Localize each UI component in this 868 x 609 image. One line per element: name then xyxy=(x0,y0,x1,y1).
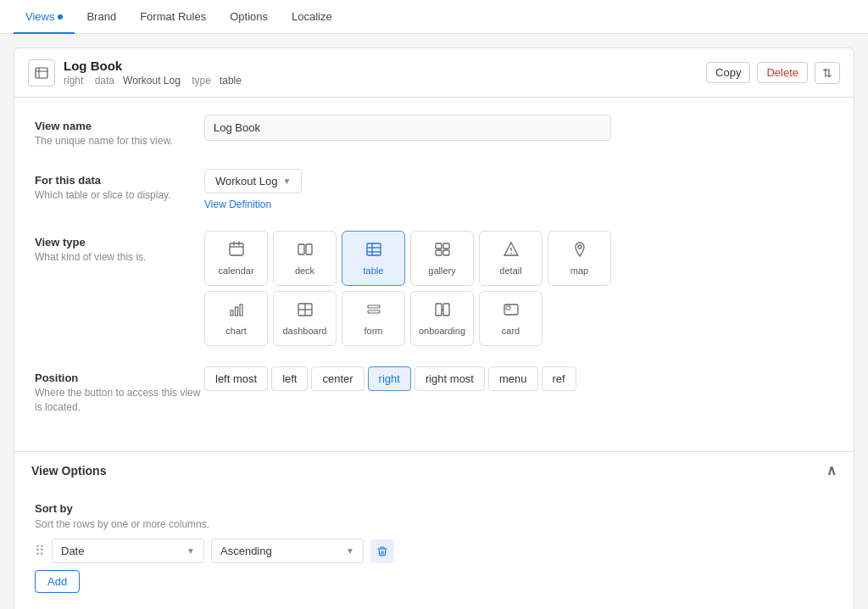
svg-point-20 xyxy=(578,245,581,249)
svg-point-19 xyxy=(510,252,512,254)
pos-left-most[interactable]: left most xyxy=(204,366,268,391)
view-type-desc: What kind of view this is. xyxy=(35,250,204,265)
data-dropdown-arrow: ▼ xyxy=(282,176,291,186)
main-content: Log Book right data Workout Log type tab… xyxy=(0,34,868,609)
collapse-icon[interactable]: ∧ xyxy=(826,462,837,478)
gallery-icon xyxy=(434,241,451,262)
view-options-header: View Options ∧ xyxy=(14,451,854,489)
position-desc: Where the button to access this view is … xyxy=(35,386,204,415)
data-dropdown[interactable]: Workout Log ▼ xyxy=(204,169,302,193)
nav-item-views[interactable]: Views xyxy=(14,0,75,34)
pos-center[interactable]: center xyxy=(311,366,364,391)
svg-rect-30 xyxy=(443,304,449,316)
sort-by-section: Sort by Sort the rows by one or more col… xyxy=(35,502,833,593)
view-type-map[interactable]: map xyxy=(548,231,611,286)
view-type-dashboard[interactable]: dashboard xyxy=(273,291,337,346)
svg-rect-22 xyxy=(235,307,237,316)
view-type-gallery[interactable]: gallery xyxy=(410,231,474,286)
meta-data-value: Workout Log xyxy=(123,75,181,87)
view-type-form[interactable]: form xyxy=(342,291,405,346)
card-icon xyxy=(28,59,55,87)
view-type-label-col: View type What kind of view this is. xyxy=(35,231,204,265)
deck-icon xyxy=(297,241,314,262)
view-type-detail[interactable]: detail xyxy=(479,231,542,286)
position-group: left most left center right right most m… xyxy=(204,366,833,391)
pos-right-most[interactable]: right most xyxy=(415,366,485,391)
map-icon xyxy=(571,241,588,262)
sort-by-desc: Sort the rows by one or more columns. xyxy=(35,518,833,530)
pos-menu[interactable]: menu xyxy=(488,366,538,391)
for-this-data-label-col: For this data Which table or slice to di… xyxy=(35,169,204,203)
svg-rect-21 xyxy=(231,310,233,316)
card-header: Log Book right data Workout Log type tab… xyxy=(14,48,854,98)
detail-icon xyxy=(503,241,520,262)
nav-format-rules-label: Format Rules xyxy=(140,10,206,23)
meta-position: right xyxy=(64,75,83,87)
view-name-input[interactable] xyxy=(204,115,611,141)
sort-by-label: Sort by xyxy=(35,502,833,515)
pos-ref[interactable]: ref xyxy=(542,366,576,391)
svg-rect-16 xyxy=(443,250,449,255)
card-view-label: card xyxy=(502,326,520,336)
onboarding-icon xyxy=(434,301,451,322)
gallery-label: gallery xyxy=(428,265,455,276)
svg-rect-9 xyxy=(367,243,381,255)
meta-type-value: table xyxy=(220,75,242,87)
position-row: Position Where the button to access this… xyxy=(35,366,833,415)
calendar-icon xyxy=(228,241,245,262)
sort-drag-handle[interactable]: ⠿ xyxy=(35,543,45,559)
nav-item-localize[interactable]: Localize xyxy=(280,0,344,34)
form-icon xyxy=(365,301,382,322)
card-actions: Copy Delete ⇅ xyxy=(706,62,840,84)
svg-rect-3 xyxy=(230,243,243,255)
svg-rect-23 xyxy=(240,304,242,316)
view-name-label-col: View name The unique name for this view. xyxy=(35,115,204,148)
sort-delete-button[interactable] xyxy=(370,539,394,563)
nav-item-brand[interactable]: Brand xyxy=(75,0,128,34)
sort-add-button[interactable]: Add xyxy=(35,570,80,593)
view-type-card[interactable]: card xyxy=(479,291,542,346)
pos-right[interactable]: right xyxy=(368,366,411,391)
card-icon xyxy=(503,301,520,322)
detail-label: detail xyxy=(499,265,521,276)
sort-order-value: Ascending xyxy=(220,545,272,557)
deck-label: deck xyxy=(295,265,314,276)
pos-left[interactable]: left xyxy=(271,366,308,391)
form-label: form xyxy=(364,326,383,336)
chart-icon xyxy=(228,301,245,322)
svg-rect-28 xyxy=(368,310,380,313)
nav-item-options[interactable]: Options xyxy=(218,0,280,34)
view-type-onboarding[interactable]: onboarding xyxy=(410,291,474,346)
card-body: View name The unique name for this view.… xyxy=(14,98,854,451)
sort-column-value: Date xyxy=(61,545,84,557)
view-type-chart[interactable]: chart xyxy=(204,291,268,346)
position-label-col: Position Where the button to access this… xyxy=(35,366,204,415)
sort-order-dropdown[interactable]: Ascending ▼ xyxy=(211,539,364,563)
position-control: left most left center right right most m… xyxy=(204,366,833,391)
onboarding-label: onboarding xyxy=(419,326,465,336)
svg-rect-13 xyxy=(436,243,442,249)
sort-column-dropdown[interactable]: Date ▼ xyxy=(52,539,204,563)
meta-data-label: data xyxy=(95,75,114,87)
map-label: map xyxy=(570,265,588,276)
view-name-control xyxy=(204,115,833,141)
table-icon xyxy=(365,241,382,262)
view-type-table[interactable]: table xyxy=(342,231,405,286)
view-type-deck[interactable]: deck xyxy=(273,231,337,286)
view-type-control: calendar deck xyxy=(204,231,833,346)
for-this-data-control: Workout Log ▼ View Definition xyxy=(204,169,833,210)
delete-button[interactable]: Delete xyxy=(757,62,808,83)
copy-button[interactable]: Copy xyxy=(706,62,750,83)
view-definition-link[interactable]: View Definition xyxy=(204,198,271,210)
chart-label: chart xyxy=(225,326,246,336)
view-name-label: View name xyxy=(35,120,204,132)
nav-item-format-rules[interactable]: Format Rules xyxy=(128,0,218,34)
position-label: Position xyxy=(35,372,204,384)
meta-type-label: type xyxy=(192,75,211,87)
svg-rect-27 xyxy=(368,305,380,308)
view-options-body: Sort by Sort the rows by one or more col… xyxy=(14,489,854,609)
reorder-button[interactable]: ⇅ xyxy=(815,62,840,84)
view-type-calendar[interactable]: calendar xyxy=(204,231,268,286)
nav-brand-label: Brand xyxy=(86,10,116,23)
nav-options-label: Options xyxy=(230,10,268,23)
